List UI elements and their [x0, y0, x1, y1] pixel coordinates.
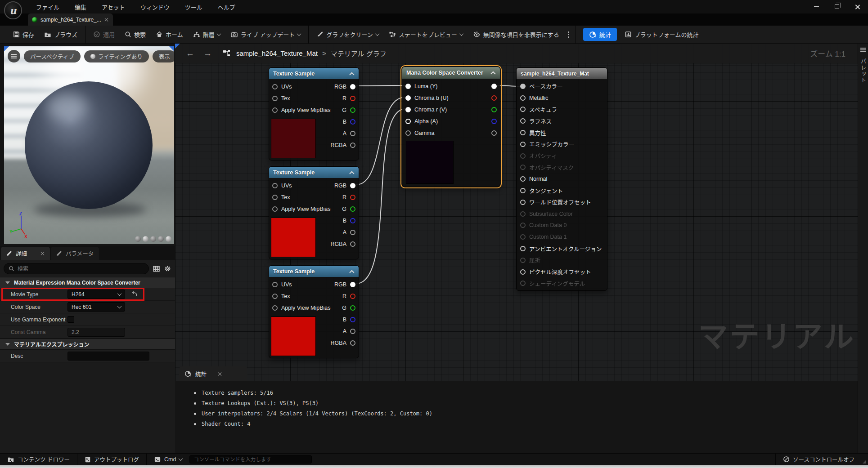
output-pin-row[interactable] — [488, 116, 497, 127]
output-pin-row[interactable]: G — [342, 203, 355, 215]
input-pin-row[interactable]: Tex — [272, 93, 331, 104]
preview-shape-plane-button[interactable] — [150, 236, 156, 242]
material-input-pin[interactable] — [520, 188, 526, 193]
output-pin[interactable] — [350, 218, 355, 223]
output-pin[interactable] — [350, 305, 355, 311]
viewport-menu-button[interactable] — [8, 50, 20, 62]
material-output-node[interactable]: sample_h264_Texture_Mat ベースカラーMetallicスペ… — [516, 67, 607, 291]
material-pin-row[interactable]: 異方性 — [520, 127, 602, 138]
node-header[interactable]: Mana Color Space Converter — [402, 67, 500, 79]
palette-side-tab[interactable]: パレット — [858, 44, 868, 453]
input-pin[interactable] — [405, 119, 411, 124]
output-pin-row[interactable]: B — [343, 215, 355, 227]
console-command-input[interactable] — [189, 455, 312, 464]
material-input-pin[interactable] — [520, 281, 526, 286]
input-pin-row[interactable]: Chroma b (U) — [405, 92, 449, 104]
content-drawer-button[interactable]: コンテンツ ドロワー — [0, 454, 77, 465]
material-pin-row[interactable]: ピクセル深度オフセット — [520, 266, 602, 278]
material-input-pin[interactable] — [520, 107, 526, 112]
output-pin-row[interactable]: G — [342, 104, 355, 116]
input-pin-row[interactable]: Chroma r (V) — [405, 104, 449, 116]
output-pin[interactable] — [350, 206, 355, 212]
details-search-input[interactable] — [18, 266, 144, 272]
material-pin-row[interactable]: ワールド位置オフセット — [520, 196, 602, 208]
back-arrow-button[interactable]: ← — [181, 49, 199, 58]
output-pin-row[interactable]: A — [343, 128, 355, 139]
output-pin[interactable] — [491, 130, 497, 136]
section-header-material-expression[interactable]: マテリアルエクスプレッション — [0, 339, 175, 350]
texture-sample-node-1[interactable]: Texture Sample UVsTexApply View MipBias … — [269, 67, 359, 160]
input-pin-row[interactable]: UVs — [272, 81, 331, 93]
output-pin[interactable] — [350, 340, 355, 346]
output-pin-row[interactable] — [488, 80, 497, 92]
input-pin-row[interactable]: Gamma — [405, 127, 449, 139]
output-pin[interactable] — [491, 95, 497, 101]
settings-gear-icon[interactable] — [164, 265, 171, 272]
material-input-pin[interactable] — [520, 234, 526, 240]
stats-panel-tab[interactable]: 統計 — [179, 366, 247, 381]
output-pin-row[interactable]: RGBA — [331, 238, 355, 250]
hierarchy-button[interactable]: 階層 — [188, 26, 225, 44]
hide-unrelated-button[interactable]: 無関係な項目を非表示にする — [468, 26, 564, 44]
material-pin-row[interactable]: アンビエントオクルージョン — [520, 243, 602, 254]
input-pin[interactable] — [272, 206, 278, 212]
browse-button[interactable]: ブラウズ — [39, 26, 82, 44]
material-pin-row[interactable]: Custom Data 0 — [520, 220, 602, 232]
material-input-pin[interactable] — [520, 84, 526, 89]
node-header[interactable]: Texture Sample — [269, 68, 359, 79]
restore-button[interactable] — [827, 0, 847, 13]
material-input-pin[interactable] — [520, 258, 526, 263]
use-gamma-checkbox[interactable] — [67, 316, 74, 323]
node-header[interactable]: Texture Sample — [269, 266, 359, 277]
home-button[interactable]: ホーム — [151, 26, 188, 44]
preview-state-button[interactable]: ステートをプレビュー — [384, 26, 468, 44]
tab-parameters[interactable]: パラメータ — [51, 247, 99, 260]
breadcrumb-asset[interactable]: sample_h264_Texture_Mat — [236, 49, 318, 57]
output-pin[interactable] — [350, 107, 355, 113]
live-update-button[interactable]: ライブ アップデート — [225, 26, 306, 44]
material-input-pin[interactable] — [520, 223, 526, 228]
material-pin-row[interactable]: Metallic — [520, 92, 602, 104]
output-pin-row[interactable]: RGB — [334, 81, 355, 93]
output-pin[interactable] — [350, 96, 355, 101]
details-search-box[interactable] — [4, 263, 149, 274]
input-pin[interactable] — [272, 183, 278, 188]
material-input-pin[interactable] — [520, 246, 526, 251]
desc-input[interactable] — [67, 352, 149, 361]
material-pin-row[interactable]: スペキュラ — [520, 104, 602, 116]
material-input-pin[interactable] — [520, 142, 526, 147]
output-pin[interactable] — [350, 119, 355, 125]
material-pin-row[interactable]: オパシティ — [520, 150, 602, 162]
tab-close-icon[interactable] — [104, 18, 108, 22]
output-pin[interactable] — [350, 282, 355, 287]
search-button[interactable]: 検索 — [120, 26, 151, 44]
output-pin-row[interactable]: R — [342, 93, 355, 104]
output-pin-row[interactable]: B — [343, 116, 355, 128]
collapse-chevron-icon[interactable] — [349, 171, 354, 176]
cmd-selector[interactable]: Cmd — [147, 454, 189, 465]
mana-color-space-converter-node[interactable]: Mana Color Space Converter Luma (Y)Chrom… — [402, 67, 500, 187]
input-pin[interactable] — [405, 84, 411, 89]
material-input-pin[interactable] — [520, 200, 526, 205]
node-header[interactable]: sample_h264_Texture_Mat — [517, 68, 607, 79]
toolbar-overflow-icon[interactable] — [564, 30, 573, 39]
input-pin[interactable] — [272, 282, 278, 287]
output-pin-row[interactable]: B — [343, 314, 355, 325]
material-input-pin[interactable] — [520, 130, 526, 135]
output-pin[interactable] — [491, 107, 497, 112]
input-pin[interactable] — [272, 195, 278, 200]
node-header[interactable]: Texture Sample — [269, 167, 359, 178]
input-pin[interactable] — [405, 107, 411, 112]
material-pin-row[interactable]: オパシティマスク — [520, 162, 602, 174]
platform-stats-button[interactable]: プラットフォームの統計 — [620, 26, 704, 44]
color-space-dropdown[interactable]: Rec 601 — [67, 302, 125, 312]
material-pin-row[interactable]: シェーディングモデル — [520, 278, 602, 290]
menu-item[interactable]: ファイル — [36, 3, 59, 11]
material-pin-row[interactable]: 屈折 — [520, 254, 602, 266]
collapse-chevron-icon[interactable] — [490, 71, 495, 76]
input-pin[interactable] — [272, 294, 278, 299]
menu-item[interactable]: ヘルプ — [218, 3, 235, 11]
input-pin-row[interactable]: Tex — [272, 290, 331, 302]
output-pin-row[interactable] — [488, 92, 497, 104]
tab-details[interactable]: 詳細 — [1, 247, 50, 260]
